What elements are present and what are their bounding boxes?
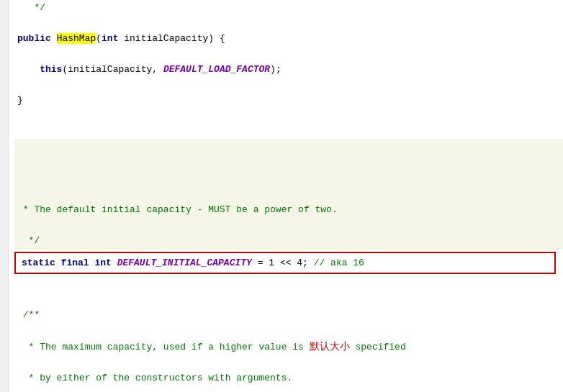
line-this-call: this(initialCapacity, DEFAULT_LOAD_FACTO… (14, 62, 563, 77)
line-javadoc-capacity: * The default initial capacity - MUST be… (14, 202, 563, 217)
line-constructor: public HashMap(int initialCapacity) { (14, 31, 563, 46)
line-blank5 (14, 276, 563, 291)
line-javadoc-max1: /** (14, 307, 563, 322)
line-brace: } (14, 93, 563, 108)
line-blank1 (14, 124, 563, 139)
line-blank2 (14, 140, 563, 155)
line-javadoc-max2: * The maximum capacity, used if a higher… (14, 338, 563, 355)
javadoc-section: * The default initial capacity - MUST be… (14, 140, 563, 248)
line-blank3 (14, 171, 563, 186)
left-margin-bar (0, 0, 9, 392)
rest-of-code: /** * The maximum capacity, used if a hi… (14, 276, 563, 392)
code-container: */ public HashMap(int initialCapacity) {… (0, 0, 563, 392)
code-block: */ public HashMap(int initialCapacity) {… (14, 0, 563, 139)
code-area: */ public HashMap(int initialCapacity) {… (9, 0, 563, 392)
default-capacity-line: static final int DEFAULT_INITIAL_CAPACIT… (22, 255, 549, 270)
line-comment-end: */ (14, 0, 563, 15)
line-javadoc-capacity-end: */ (14, 233, 563, 248)
line-javadoc-max3: * by either of the constructors with arg… (14, 370, 563, 386)
